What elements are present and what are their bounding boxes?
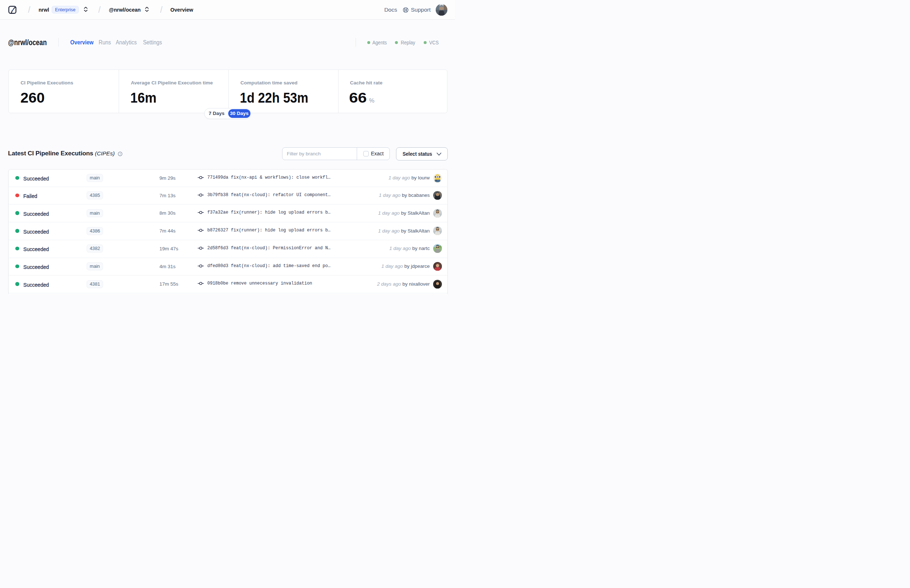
svg-text:?: ?: [120, 152, 121, 156]
